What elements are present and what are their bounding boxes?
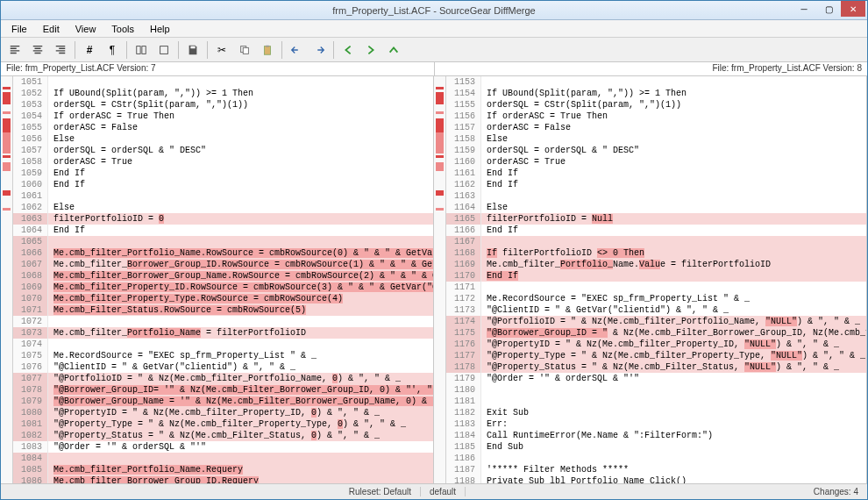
code-line[interactable]: 1083 "@Order = '" & orderSQL & "'" [13,441,433,453]
code-line[interactable]: 1163 [446,190,866,202]
code-line[interactable]: 1156 If orderASC = True Then [446,111,866,122]
ruler-mark[interactable] [3,111,11,114]
nav-first-icon[interactable] [338,39,359,61]
code-line[interactable]: 1079 "@Borrower_Group_Name = '" & Nz(Me.… [13,396,433,407]
code-line[interactable]: 1056 Else [13,133,433,145]
code-line[interactable]: 1069Me.cmb_filter_Property_ID.RowSource … [13,282,433,293]
code-line[interactable]: 1164Else [446,202,866,213]
ruler-mark[interactable] [3,87,11,89]
align-left-icon[interactable] [4,39,25,61]
code-line[interactable]: 1078 "@Borrower_Group_ID= '" & Nz(Me.cmb… [13,384,433,396]
code-line[interactable]: 1080 "@PropertyID = " & Nz(Me.cmb_filter… [13,407,433,418]
code-line[interactable]: 1174 "@PortfolioID = " & Nz(Me.cmb_filte… [446,316,866,327]
overview-ruler-right[interactable] [434,76,446,483]
code-line[interactable]: 1081 "@Property_Type = " & Nz(Me.cmb_fil… [13,418,433,430]
code-line[interactable]: 1176 "@PropertyID = " & Nz(Me.cmb_filter… [446,339,866,350]
ruler-mark[interactable] [436,190,444,196]
code-line[interactable]: 1167 [446,236,866,247]
code-line[interactable]: 1071Me.cmb_Filter_Status.RowSource = cmb… [13,304,433,316]
nav-prev-icon[interactable] [360,39,381,61]
code-line[interactable]: 1161 End If [446,168,866,179]
code-line[interactable]: 1187'***** Filter Methods ***** [446,464,866,475]
code-line[interactable]: 1072 [13,316,433,327]
menu-tools[interactable]: Tools [104,22,141,36]
close-button[interactable]: ✕ [841,1,865,17]
code-line[interactable]: 1186 [446,453,866,464]
code-line[interactable]: 1166End If [446,225,866,236]
two-pane-icon[interactable] [131,39,152,61]
code-line[interactable]: 1165 filterPortfolioID = Null [446,213,866,225]
code-line[interactable]: 1067Me.cmb_filter_Borrower_Group_ID.RowS… [13,259,433,270]
code-line[interactable]: 1052 If UBound(Split(param, ",")) >= 1 T… [13,88,433,99]
code-line[interactable]: 1175 "@Borrower_Group_ID = " & Nz(Me.cmb… [446,327,866,339]
code-line[interactable]: 1054 If orderASC = True Then [13,111,433,122]
ruler-mark[interactable] [436,132,444,154]
copy-icon[interactable] [234,39,255,61]
code-line[interactable]: 1169 Me.cmb_filter_Portfolio_Name.Value … [446,259,866,270]
code-line[interactable]: 1065 [13,236,433,247]
code-line[interactable]: 1066Me.cmb_filter_Portfolio_Name.RowSour… [13,247,433,259]
ruler-mark[interactable] [436,208,444,211]
code-line[interactable]: 1155 orderSQL = CStr(Split(param, ",")(1… [446,99,866,111]
minimize-button[interactable]: ─ [792,1,816,17]
code-line[interactable]: 1173 "@ClientID = " & GetVar("clientid")… [446,304,866,316]
ruler-mark[interactable] [3,92,11,104]
align-right-icon[interactable] [50,39,71,61]
code-line[interactable]: 1063 filterPortfolioID = 0 [13,213,433,225]
code-line[interactable]: 1170End If [446,270,866,282]
code-line[interactable]: 1184 Call RuntimeError(Me.Name & ":Filte… [446,430,866,441]
ruler-mark[interactable] [3,208,11,211]
undo-icon[interactable] [286,39,307,61]
menu-file[interactable]: File [4,22,34,36]
code-line[interactable]: 1086Me.cmb_filter_Borrower_Group_ID.Requ… [13,475,433,483]
code-line[interactable]: 1185End Sub [446,441,866,453]
code-line[interactable]: 1073Me.cmb_filter_Portfolio_Name = filte… [13,327,433,339]
code-line[interactable]: 1070Me.cmb_filter_Property_Type.RowSourc… [13,293,433,304]
code-line[interactable]: 1178 "@Property_Status = " & Nz(Me.cmb_F… [446,361,866,373]
code-line[interactable]: 1062Else [13,202,433,213]
ruler-mark[interactable] [3,132,11,154]
code-line[interactable]: 1059 End If [13,168,433,179]
code-line[interactable]: 1160 orderASC = True [446,156,866,168]
ruler-mark[interactable] [3,162,11,171]
ruler-mark[interactable] [436,162,444,171]
ruler-mark[interactable] [436,111,444,114]
code-line[interactable]: 1068Me.cmb_filter_Borrower_Group_Name.Ro… [13,270,433,282]
code-line[interactable]: 1074 [13,339,433,350]
nav-next-icon[interactable] [383,39,404,61]
code-line[interactable]: 1188Private Sub lbl_Portfolio_Name_Click… [446,475,866,483]
code-line[interactable]: 1085Me.cmb_filter_Portfolio_Name.Requery [13,464,433,475]
single-pane-icon[interactable] [153,39,174,61]
code-line[interactable]: 1076 "@ClientID = " & GetVar("clientid")… [13,361,433,373]
code-line[interactable]: 1172Me.RecordSource = "EXEC sp_frm_Prope… [446,293,866,304]
maximize-button[interactable]: ▢ [816,1,841,17]
pilcrow-icon[interactable]: ¶ [102,39,123,61]
left-pane[interactable]: 10511052 If UBound(Split(param, ",")) >=… [13,76,434,483]
code-line[interactable]: 1158 Else [446,133,866,145]
code-line[interactable]: 1181 [446,396,866,407]
title-bar[interactable]: frm_Property_List.ACF - SourceGear DiffM… [1,1,867,20]
paste-icon[interactable] [257,39,278,61]
code-line[interactable]: 1053 orderSQL = CStr(Split(param, ",")(1… [13,99,433,111]
overview-ruler-left[interactable] [1,76,13,483]
code-line[interactable]: 1177 "@Property_Type = " & Nz(Me.cmb_fil… [446,350,866,361]
code-line[interactable]: 1171 [446,282,866,293]
menu-edit[interactable]: Edit [36,22,67,36]
code-line[interactable]: 1162 End If [446,179,866,190]
menu-help[interactable]: Help [143,22,177,36]
menu-view[interactable]: View [68,22,103,36]
code-line[interactable]: 1075Me.RecordSource = "EXEC sp_frm_Prope… [13,350,433,361]
code-line[interactable]: 1168If filterPortfolioID <> 0 Then [446,247,866,259]
code-line[interactable]: 1179 "@Order = '" & orderSQL & "'" [446,373,866,384]
code-line[interactable]: 1084 [13,453,433,464]
code-line[interactable]: 1057 orderSQL = orderSQL & " DESC" [13,145,433,156]
redo-icon[interactable] [309,39,330,61]
code-line[interactable]: 1182Exit Sub [446,407,866,418]
ruler-mark[interactable] [436,155,444,158]
code-line[interactable]: 1157 orderASC = False [446,122,866,133]
align-center-icon[interactable] [27,39,48,61]
code-line[interactable]: 1060 End If [13,179,433,190]
cut-icon[interactable]: ✂ [211,39,232,61]
ruler-mark[interactable] [3,190,11,196]
right-pane[interactable]: 11531154 If UBound(Split(param, ",")) >=… [446,76,867,483]
